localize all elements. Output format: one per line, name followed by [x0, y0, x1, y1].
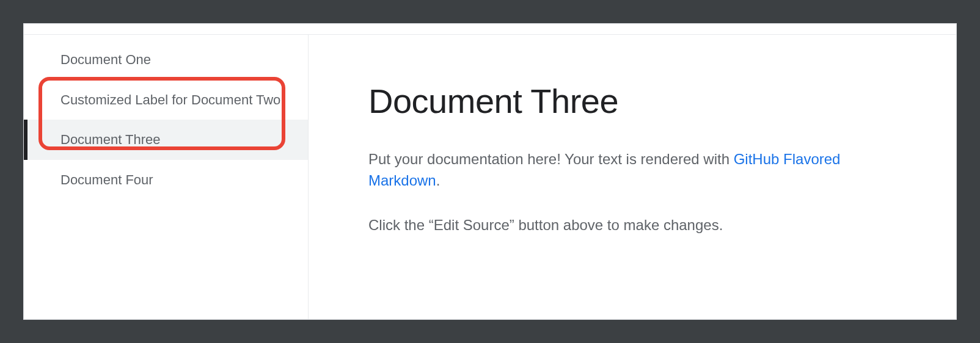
sidebar-item-label: Document Four — [60, 172, 153, 187]
sidebar-item-document-two[interactable]: Customized Label for Document Two — [24, 80, 308, 120]
app-window: Document One Customized Label for Docume… — [23, 23, 957, 320]
page-title: Document Three — [368, 81, 901, 121]
sidebar-item-document-three[interactable]: Document Three — [24, 120, 308, 160]
sidebar-item-label: Document Three — [60, 132, 160, 147]
main-content: Document Three Put your documentation he… — [309, 35, 956, 319]
sidebar-item-label: Document One — [60, 52, 151, 67]
sidebar-item-document-one[interactable]: Document One — [24, 40, 308, 80]
content-wrapper: Document One Customized Label for Docume… — [24, 35, 956, 319]
instruction-paragraph: Click the “Edit Source” button above to … — [368, 215, 901, 236]
intro-text-suffix: . — [436, 172, 441, 189]
sidebar-item-label: Customized Label for Document Two — [60, 92, 280, 107]
intro-paragraph: Put your documentation here! Your text i… — [368, 149, 901, 192]
sidebar-item-document-four[interactable]: Document Four — [24, 160, 308, 200]
intro-text-prefix: Put your documentation here! Your text i… — [368, 151, 734, 167]
sidebar: Document One Customized Label for Docume… — [24, 35, 309, 319]
top-bar — [24, 24, 956, 35]
